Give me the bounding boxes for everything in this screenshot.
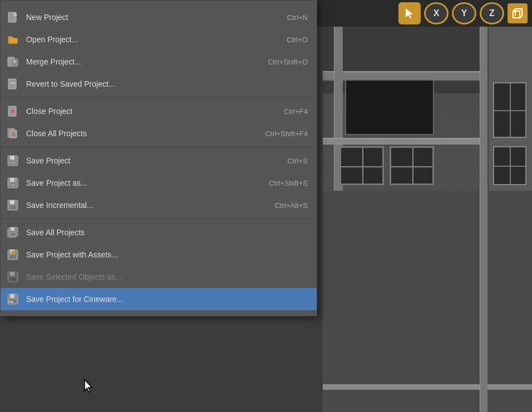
svg-text:12: 12 bbox=[9, 201, 14, 205]
svg-rect-6 bbox=[9, 38, 17, 43]
svg-rect-39 bbox=[9, 255, 17, 259]
save-doc-icon bbox=[5, 153, 21, 168]
merge-project-label: Merge Project... bbox=[26, 57, 268, 66]
save-selected-item: Save Selected Objects as... bbox=[1, 266, 317, 288]
revert-doc-icon bbox=[5, 76, 21, 92]
file-dropdown-menu: New Project Ctrl+N Open Project... Ctrl+… bbox=[0, 0, 317, 316]
save-all-label: Save All Projects bbox=[26, 228, 308, 237]
menu-group-4: Save All Projects Save Project with Asse… bbox=[1, 219, 317, 312]
save-project-as-shortcut: Ctrl+Shift+S bbox=[269, 179, 308, 187]
svg-rect-42 bbox=[10, 272, 14, 276]
save-project-label: Save Project bbox=[26, 156, 288, 165]
svg-rect-31 bbox=[9, 205, 17, 210]
merge-project-item[interactable]: Merge Project... Ctrl+Shift+O bbox=[1, 51, 317, 73]
close-project-shortcut: Ctrl+F4 bbox=[284, 107, 308, 116]
close-doc-icon bbox=[5, 103, 21, 119]
revert-project-item[interactable]: Revert to Saved Project... bbox=[1, 73, 317, 95]
save-assets-doc-icon bbox=[5, 247, 21, 262]
svg-rect-27 bbox=[10, 184, 16, 186]
save-as-doc-icon: ? bbox=[5, 175, 21, 191]
open-project-label: Open Project... bbox=[26, 35, 287, 44]
viewport: er Panel ProRender bbox=[323, 27, 532, 412]
select-tool-button[interactable] bbox=[398, 2, 421, 24]
close-project-item[interactable]: Close Project Ctrl+F4 bbox=[1, 100, 317, 122]
save-cineware-label: Save Project for Cineware... bbox=[26, 295, 308, 304]
save-selected-label: Save Selected Objects as... bbox=[26, 272, 308, 281]
save-all-doc-icon bbox=[5, 225, 21, 240]
close-all-item[interactable]: Close All Projects Ctrl+Shift+F4 bbox=[1, 122, 317, 145]
y-axis-button[interactable]: Y bbox=[452, 2, 476, 24]
merge-doc-icon bbox=[5, 54, 21, 70]
merge-project-shortcut: Ctrl+Shift+O bbox=[268, 58, 308, 66]
svg-rect-25 bbox=[10, 178, 14, 182]
menu-group-1: New Project Ctrl+N Open Project... Ctrl+… bbox=[1, 4, 317, 98]
save-project-as-item[interactable]: ? Save Project as... Ctrl+Shift+S bbox=[1, 172, 317, 194]
save-cineware-item[interactable]: TM Save Project for Cineware... bbox=[1, 288, 317, 310]
svg-rect-45 bbox=[10, 294, 14, 298]
save-all-item[interactable]: Save All Projects bbox=[1, 221, 317, 244]
close-all-label: Close All Projects bbox=[26, 129, 265, 138]
svg-rect-1 bbox=[513, 11, 520, 18]
new-doc-icon bbox=[5, 9, 21, 25]
close-all-shortcut: Ctrl+Shift+F4 bbox=[265, 130, 308, 138]
save-incremental-label: Save Incremental... bbox=[26, 201, 275, 210]
svg-rect-35 bbox=[11, 227, 14, 231]
save-with-assets-label: Save Project with Assets... bbox=[26, 250, 308, 259]
save-cineware-doc-icon: TM bbox=[5, 291, 21, 307]
save-project-as-label: Save Project as... bbox=[26, 178, 269, 187]
save-project-item[interactable]: Save Project Ctrl+S bbox=[1, 150, 317, 172]
svg-text:TM: TM bbox=[8, 300, 13, 304]
z-axis-button[interactable]: Z bbox=[480, 2, 504, 24]
svg-rect-21 bbox=[10, 156, 14, 160]
new-project-label: New Project bbox=[26, 13, 287, 22]
save-project-shortcut: Ctrl+S bbox=[288, 157, 308, 165]
close-project-label: Close Project bbox=[26, 107, 284, 116]
svg-rect-36 bbox=[10, 233, 16, 236]
menu-group-3: Save Project Ctrl+S ? Save Project as...… bbox=[1, 147, 317, 219]
3d-scene bbox=[323, 27, 532, 412]
save-inc-doc-icon: 12 bbox=[5, 197, 21, 213]
new-project-shortcut: Ctrl+N bbox=[287, 13, 308, 22]
x-axis-button[interactable]: X bbox=[424, 2, 449, 24]
open-doc-icon bbox=[5, 32, 21, 47]
menu-group-2: Close Project Ctrl+F4 Close All Projects… bbox=[1, 98, 317, 147]
open-project-shortcut: Ctrl+O bbox=[287, 36, 308, 44]
save-selected-doc-icon bbox=[5, 269, 21, 285]
new-project-item[interactable]: New Project Ctrl+N bbox=[1, 6, 317, 28]
svg-point-40 bbox=[11, 251, 14, 254]
svg-rect-43 bbox=[9, 277, 17, 281]
save-with-assets-item[interactable]: Save Project with Assets... bbox=[1, 244, 317, 266]
revert-project-label: Revert to Saved Project... bbox=[26, 80, 308, 88]
cube-button[interactable] bbox=[508, 3, 528, 23]
svg-rect-23 bbox=[10, 162, 16, 164]
svg-marker-0 bbox=[406, 8, 413, 18]
open-project-item[interactable]: Open Project... Ctrl+O bbox=[1, 28, 317, 51]
close-all-doc-icon bbox=[5, 126, 21, 141]
save-incremental-shortcut: Ctrl+Alt+S bbox=[275, 201, 308, 210]
save-incremental-item[interactable]: 12 Save Incremental... Ctrl+Alt+S bbox=[1, 194, 317, 216]
